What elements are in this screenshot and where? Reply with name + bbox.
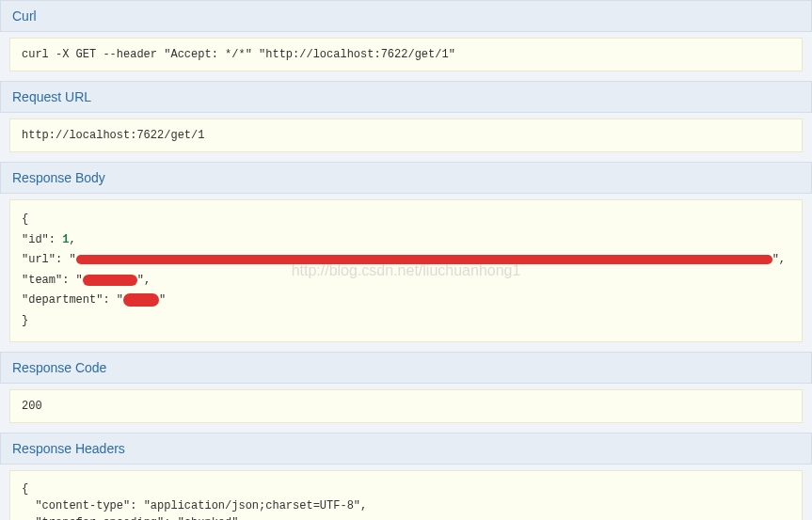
- response-body-code-block[interactable]: http://blog.csdn.net/liuchuanhong1 { "id…: [9, 199, 803, 342]
- json-team-quote-open: ": [76, 274, 83, 287]
- json-id-line: "id": 1,: [22, 230, 790, 251]
- json-url-key: "url":: [22, 253, 69, 266]
- response-headers-section-header: Response Headers: [0, 433, 812, 465]
- json-id-comma: ,: [69, 233, 75, 246]
- response-code-section-header: Response Code: [0, 352, 812, 384]
- curl-code-block[interactable]: curl -X GET --header "Accept: */*" "http…: [9, 38, 803, 71]
- json-close-brace: }: [22, 311, 790, 332]
- json-department-key: "department":: [22, 293, 117, 307]
- json-open-brace: {: [22, 210, 790, 230]
- request-url-section-header: Request URL: [0, 81, 812, 113]
- json-url-comma: ,: [779, 253, 786, 266]
- redacted-department-value: [123, 293, 159, 307]
- json-team-comma: ,: [144, 274, 151, 287]
- curl-section-header: Curl: [0, 0, 812, 32]
- redacted-url-value: [76, 255, 772, 264]
- json-id-key: "id":: [22, 233, 62, 246]
- json-team-line: "team": "",: [22, 271, 790, 292]
- json-url-quote-open: ": [69, 253, 75, 266]
- response-code-block[interactable]: 200: [9, 389, 803, 423]
- json-team-quote-close: ": [137, 274, 144, 287]
- json-team-key: "team":: [22, 274, 76, 287]
- json-department-line: "department": "": [22, 291, 790, 311]
- json-dept-quote-close: ": [159, 293, 166, 307]
- json-url-line: "url": "",: [22, 250, 790, 271]
- request-url-code-block[interactable]: http://localhost:7622/get/1: [9, 118, 803, 152]
- response-body-section-header: Response Body: [0, 162, 812, 194]
- json-dept-quote-open: ": [117, 293, 123, 307]
- response-headers-block[interactable]: { "content-type": "application/json;char…: [9, 470, 803, 520]
- redacted-team-value: [83, 275, 137, 286]
- json-url-quote-close: ": [772, 253, 779, 266]
